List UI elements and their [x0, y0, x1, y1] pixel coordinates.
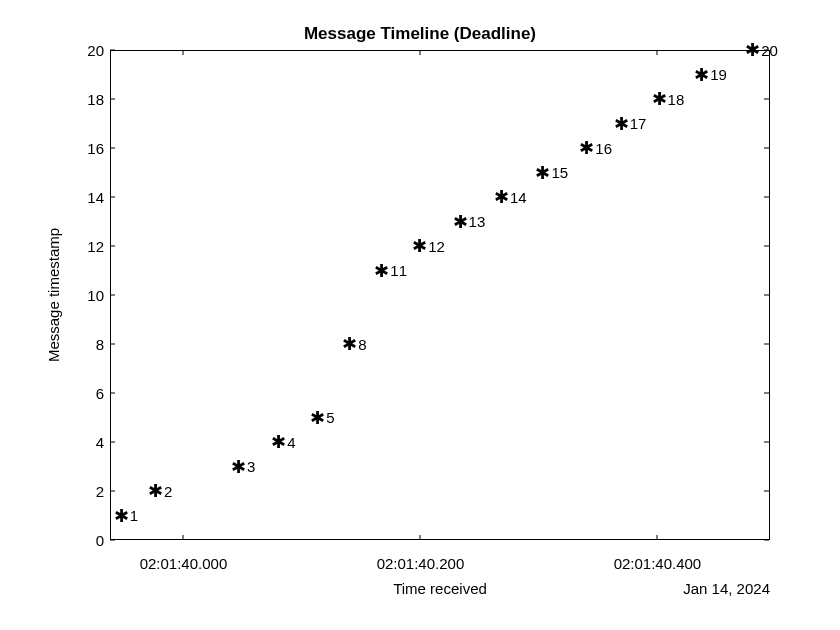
y-tick-mark	[110, 50, 115, 51]
asterisk-marker-icon: ✱	[114, 507, 129, 525]
y-tick-label: 0	[44, 532, 104, 549]
asterisk-marker-icon: ✱	[412, 237, 427, 255]
y-tick-mark	[110, 491, 115, 492]
x-tick-mark	[657, 50, 658, 55]
data-point-label: 16	[595, 140, 612, 157]
data-point-label: 20	[761, 42, 778, 59]
y-tick-mark	[764, 148, 769, 149]
asterisk-marker-icon: ✱	[652, 90, 667, 108]
data-point-label: 13	[469, 213, 486, 230]
asterisk-marker-icon: ✱	[745, 41, 760, 59]
data-point: ✱12	[412, 237, 445, 255]
x-axis-date: Jan 14, 2024	[683, 580, 770, 597]
y-tick-mark	[764, 246, 769, 247]
data-point: ✱8	[342, 335, 366, 353]
data-point: ✱16	[579, 139, 612, 157]
asterisk-marker-icon: ✱	[453, 213, 468, 231]
y-tick-mark	[764, 197, 769, 198]
data-point-label: 5	[326, 409, 334, 426]
data-point-label: 8	[358, 336, 366, 353]
y-tick-mark	[110, 197, 115, 198]
y-tick-mark	[110, 393, 115, 394]
y-tick-mark	[764, 295, 769, 296]
y-tick-mark	[764, 393, 769, 394]
axes	[110, 50, 770, 540]
x-tick-mark	[420, 535, 421, 540]
data-point: ✱15	[535, 164, 568, 182]
y-tick-mark	[110, 246, 115, 247]
y-tick-label: 18	[44, 91, 104, 108]
data-point-label: 1	[130, 507, 138, 524]
y-tick-label: 6	[44, 385, 104, 402]
data-point: ✱3	[231, 458, 255, 476]
data-point: ✱14	[494, 188, 527, 206]
data-point: ✱18	[652, 90, 685, 108]
data-point-label: 17	[630, 115, 647, 132]
data-point-label: 3	[247, 458, 255, 475]
x-tick-label: 02:01:40.000	[140, 555, 228, 572]
y-tick-mark	[764, 344, 769, 345]
y-tick-label: 16	[44, 140, 104, 157]
asterisk-marker-icon: ✱	[342, 335, 357, 353]
chart-title: Message Timeline (Deadline)	[0, 24, 840, 44]
data-point: ✱1	[114, 507, 138, 525]
asterisk-marker-icon: ✱	[614, 115, 629, 133]
data-point-label: 19	[710, 66, 727, 83]
data-point: ✱2	[148, 482, 172, 500]
asterisk-marker-icon: ✱	[148, 482, 163, 500]
y-tick-mark	[110, 442, 115, 443]
data-point: ✱20	[745, 41, 778, 59]
y-tick-label: 8	[44, 336, 104, 353]
data-point-label: 15	[551, 164, 568, 181]
y-tick-label: 14	[44, 189, 104, 206]
asterisk-marker-icon: ✱	[494, 188, 509, 206]
asterisk-marker-icon: ✱	[231, 458, 246, 476]
x-tick-mark	[183, 50, 184, 55]
x-tick-mark	[657, 535, 658, 540]
data-point: ✱11	[374, 262, 407, 280]
y-tick-mark	[764, 442, 769, 443]
asterisk-marker-icon: ✱	[694, 66, 709, 84]
data-point-label: 4	[287, 434, 295, 451]
data-point-label: 2	[164, 483, 172, 500]
data-point-label: 18	[668, 91, 685, 108]
asterisk-marker-icon: ✱	[271, 433, 286, 451]
y-tick-label: 4	[44, 434, 104, 451]
y-tick-mark	[764, 491, 769, 492]
y-tick-mark	[764, 540, 769, 541]
data-point-label: 12	[428, 238, 445, 255]
x-tick-label: 02:01:40.200	[377, 555, 465, 572]
y-tick-mark	[110, 99, 115, 100]
figure: Message Timeline (Deadline) Message time…	[0, 0, 840, 630]
y-tick-label: 10	[44, 287, 104, 304]
asterisk-marker-icon: ✱	[374, 262, 389, 280]
x-tick-mark	[420, 50, 421, 55]
x-axis-label: Time received	[110, 580, 770, 597]
data-point: ✱5	[310, 409, 334, 427]
y-tick-label: 20	[44, 42, 104, 59]
y-tick-label: 2	[44, 483, 104, 500]
x-tick-label: 02:01:40.400	[614, 555, 702, 572]
y-tick-label: 12	[44, 238, 104, 255]
data-point: ✱19	[694, 66, 727, 84]
asterisk-marker-icon: ✱	[535, 164, 550, 182]
y-tick-mark	[110, 295, 115, 296]
x-tick-mark	[183, 535, 184, 540]
y-tick-mark	[110, 540, 115, 541]
asterisk-marker-icon: ✱	[579, 139, 594, 157]
data-point: ✱17	[614, 115, 647, 133]
data-point: ✱4	[271, 433, 295, 451]
asterisk-marker-icon: ✱	[310, 409, 325, 427]
y-tick-mark	[764, 99, 769, 100]
data-point: ✱13	[453, 213, 486, 231]
y-tick-mark	[110, 148, 115, 149]
data-point-label: 11	[390, 262, 407, 279]
y-tick-mark	[110, 344, 115, 345]
data-point-label: 14	[510, 189, 527, 206]
